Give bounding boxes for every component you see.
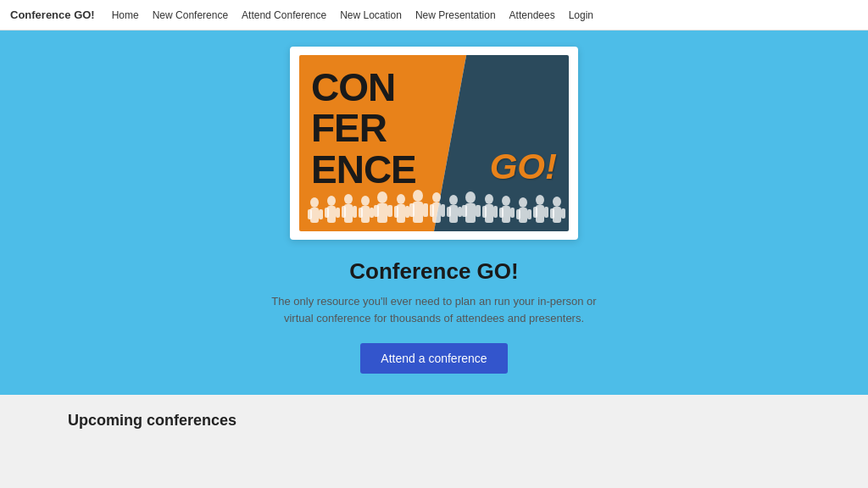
svg-rect-51 bbox=[527, 209, 531, 219]
logo-card: CONFERENCE GO! bbox=[290, 47, 578, 240]
svg-point-36 bbox=[465, 191, 476, 203]
conference-text: CONFERENCE bbox=[311, 67, 416, 190]
attend-conference-button[interactable]: Attend a conference bbox=[360, 343, 507, 374]
nav-attend-conference[interactable]: Attend Conference bbox=[242, 9, 326, 21]
hero-section: CONFERENCE GO! bbox=[0, 30, 868, 395]
hero-title: Conference GO! bbox=[349, 258, 518, 285]
svg-point-28 bbox=[432, 192, 441, 202]
brand-logo: Conference GO! bbox=[10, 8, 95, 21]
svg-point-20 bbox=[397, 194, 405, 204]
nav-attendees[interactable]: Attendees bbox=[509, 9, 555, 21]
svg-point-32 bbox=[449, 195, 458, 205]
nav-new-location[interactable]: New Location bbox=[340, 9, 402, 21]
svg-rect-6 bbox=[325, 208, 329, 218]
nav-home[interactable]: Home bbox=[112, 9, 139, 21]
logo-inner: CONFERENCE GO! bbox=[299, 55, 569, 231]
svg-rect-38 bbox=[462, 205, 467, 217]
svg-rect-3 bbox=[319, 209, 323, 219]
svg-rect-14 bbox=[359, 208, 363, 218]
navbar: Conference GO! Home New Conference Atten… bbox=[0, 0, 868, 30]
svg-point-8 bbox=[344, 194, 353, 204]
svg-rect-7 bbox=[336, 208, 340, 218]
svg-rect-39 bbox=[476, 205, 481, 217]
svg-rect-59 bbox=[561, 208, 565, 219]
svg-point-4 bbox=[327, 196, 336, 206]
hero-subtitle: The only resource you'll ever need to pl… bbox=[256, 293, 612, 326]
svg-rect-46 bbox=[499, 208, 504, 218]
svg-rect-47 bbox=[510, 208, 515, 218]
svg-point-48 bbox=[519, 197, 527, 208]
svg-rect-10 bbox=[342, 206, 346, 218]
svg-rect-11 bbox=[353, 206, 357, 218]
svg-rect-26 bbox=[409, 203, 415, 217]
bottom-section: Upcoming conferences bbox=[0, 395, 868, 488]
svg-rect-22 bbox=[394, 206, 398, 218]
svg-rect-42 bbox=[482, 206, 487, 218]
svg-rect-15 bbox=[370, 208, 374, 218]
svg-rect-43 bbox=[493, 206, 498, 218]
svg-rect-2 bbox=[308, 209, 312, 219]
svg-rect-35 bbox=[458, 207, 462, 217]
svg-rect-55 bbox=[544, 207, 548, 218]
svg-rect-54 bbox=[533, 207, 537, 218]
svg-point-16 bbox=[377, 191, 387, 203]
svg-rect-34 bbox=[447, 207, 451, 217]
nav-login[interactable]: Login bbox=[569, 9, 593, 21]
nav-new-conference[interactable]: New Conference bbox=[153, 9, 228, 21]
people-silhouettes bbox=[299, 187, 569, 231]
nav-new-presentation[interactable]: New Presentation bbox=[415, 9, 496, 21]
svg-point-44 bbox=[502, 196, 510, 206]
nav-links: Home New Conference Attend Conference Ne… bbox=[112, 9, 593, 21]
upcoming-conferences-title: Upcoming conferences bbox=[68, 412, 800, 430]
svg-rect-31 bbox=[441, 204, 445, 217]
go-text: GO! bbox=[490, 147, 557, 187]
svg-point-52 bbox=[536, 195, 544, 205]
svg-point-12 bbox=[361, 196, 370, 206]
svg-point-40 bbox=[485, 194, 493, 204]
svg-rect-19 bbox=[387, 205, 392, 217]
svg-rect-18 bbox=[374, 205, 379, 217]
svg-rect-27 bbox=[423, 203, 428, 217]
svg-point-56 bbox=[553, 197, 561, 207]
svg-point-24 bbox=[413, 190, 423, 202]
svg-rect-50 bbox=[516, 209, 520, 219]
svg-rect-30 bbox=[430, 204, 434, 217]
svg-rect-23 bbox=[405, 206, 409, 218]
svg-point-0 bbox=[310, 197, 319, 208]
svg-rect-58 bbox=[550, 208, 554, 219]
